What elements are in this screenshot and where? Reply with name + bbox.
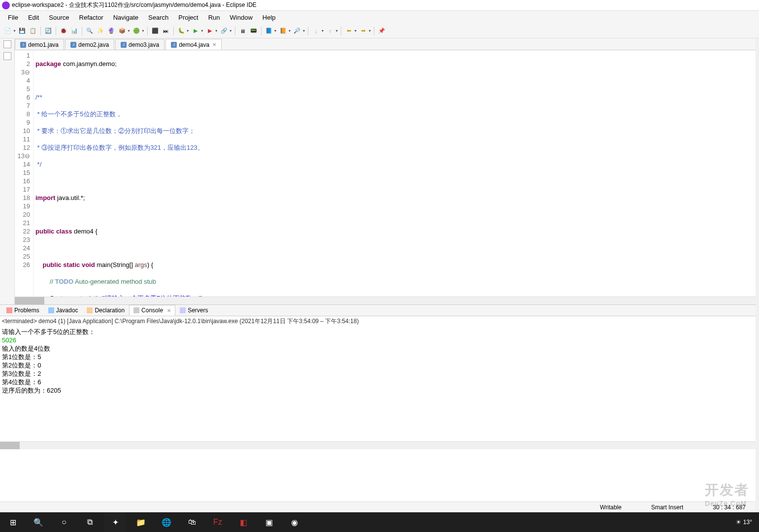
declaration-icon xyxy=(87,307,93,313)
menu-navigate[interactable]: Navigate xyxy=(109,12,142,23)
javadoc-icon xyxy=(48,307,54,313)
new-java-icon[interactable]: 📘 xyxy=(264,26,274,36)
console-area: <terminated> demo4 (1) [Java Application… xyxy=(0,316,759,449)
close-icon[interactable]: ✕ xyxy=(212,42,216,47)
cmd-icon[interactable]: ▣ xyxy=(258,512,280,532)
menu-edit[interactable]: Edit xyxy=(24,12,43,23)
wand-icon[interactable]: ✨ xyxy=(96,26,105,36)
new-icon[interactable]: 📄 xyxy=(3,26,13,36)
editor-area: Jdemo1.java Jdemo2.java Jdemo3.java Jdem… xyxy=(15,38,759,304)
save-icon[interactable]: 💾 xyxy=(17,26,27,36)
server-icon[interactable]: 🖥 xyxy=(238,26,248,36)
toggle-icon[interactable]: ⬛ xyxy=(150,26,160,36)
editor-hscroll[interactable] xyxy=(15,297,759,304)
tab-servers[interactable]: Servers xyxy=(175,305,212,316)
store-icon[interactable]: 🛍 xyxy=(181,512,203,532)
debug-tool-icon[interactable]: 🐞 xyxy=(59,26,68,36)
right-vscroll[interactable] xyxy=(756,38,759,512)
next-annot-icon[interactable]: ↓ xyxy=(311,26,321,36)
console-line: 第4位数是：6 xyxy=(2,378,757,386)
close-icon[interactable]: ✕ xyxy=(167,308,171,313)
toolbar: 📄▼ 💾 📋 🔄 🐞 📊 🔍 ✨ 🔮 📦▼ 🟢▼ ⬛ ⏭ 🐛▼ ▶▼ ▶▼ 🔗▼… xyxy=(0,24,759,38)
servers-icon xyxy=(180,307,186,313)
switch-icon[interactable]: 🔄 xyxy=(43,26,53,36)
window-title: eclipse-workspace2 - 企业技术实习1102作业/src/co… xyxy=(12,1,257,9)
menu-search[interactable]: Search xyxy=(144,12,172,23)
bottom-tabs: Problems Javadoc Declaration Console✕ Se… xyxy=(0,304,759,316)
main-area: Jdemo1.java Jdemo2.java Jdemo3.java Jdem… xyxy=(0,38,759,304)
edge-icon[interactable]: 🌐 xyxy=(156,512,177,532)
pin-icon[interactable]: 📌 xyxy=(377,26,387,36)
console-line: 第2位数是：0 xyxy=(2,361,757,369)
code-content[interactable]: package com.jasmyn.demo; /** * 给一个不多于5位的… xyxy=(33,50,759,297)
restore-view-icon[interactable] xyxy=(3,40,11,48)
editor-body[interactable]: 123⊖45678910111213⊖141516171819202122232… xyxy=(15,50,759,297)
wand2-icon[interactable]: 🔮 xyxy=(106,26,116,36)
tab-problems[interactable]: Problems xyxy=(2,305,44,316)
start-button[interactable]: ⊞ xyxy=(2,512,24,532)
open-type-icon[interactable]: 🔍 xyxy=(85,26,95,36)
eclipse-taskbar-icon[interactable]: ◉ xyxy=(284,512,305,532)
filezilla-icon[interactable]: Fz xyxy=(207,512,229,532)
status-position: 30 : 34 : 687 xyxy=(713,504,746,511)
restore-view2-icon[interactable] xyxy=(3,52,11,60)
left-trim xyxy=(0,38,15,304)
status-insert: Smart Insert xyxy=(651,504,683,511)
taskbar: ⊞ 🔍 ○ ⧉ ✦ 📁 🌐 🛍 Fz ◧ ▣ ◉ ☀13° xyxy=(0,512,759,532)
skip-icon[interactable]: ⏭ xyxy=(161,26,171,36)
back-icon[interactable]: ⬅ xyxy=(344,26,354,36)
problems-icon xyxy=(6,307,12,313)
scroll-thumb[interactable] xyxy=(15,297,44,304)
status-bar: Writable Smart Insert 30 : 34 : 687 xyxy=(0,501,756,512)
debug-icon[interactable]: 🐛 xyxy=(176,26,186,36)
external-icon[interactable]: 🔗 xyxy=(219,26,229,36)
tab-demo2[interactable]: Jdemo2.java xyxy=(65,39,114,50)
coverage-run-icon[interactable]: ▶ xyxy=(205,26,215,36)
console-header: <terminated> demo4 (1) [Java Application… xyxy=(0,316,759,327)
new-package-icon[interactable]: 📙 xyxy=(278,26,288,36)
forward-icon[interactable]: ➡ xyxy=(358,26,368,36)
app2-icon[interactable]: ◧ xyxy=(232,512,254,532)
line-gutter: 123⊖45678910111213⊖141516171819202122232… xyxy=(15,50,33,297)
tab-declaration[interactable]: Declaration xyxy=(82,305,129,316)
menu-help[interactable]: Help xyxy=(259,12,280,23)
java-file-icon: J xyxy=(20,42,26,48)
menu-source[interactable]: Source xyxy=(45,12,73,23)
console-body[interactable]: 请输入一个不多于5位的正整数： 5026 输入的数是4位数 第1位数是：5 第2… xyxy=(0,327,759,441)
menu-project[interactable]: Project xyxy=(174,12,202,23)
eclipse-icon xyxy=(2,1,10,9)
menu-run[interactable]: Run xyxy=(204,12,224,23)
tab-console[interactable]: Console✕ xyxy=(129,305,175,316)
menu-window[interactable]: Window xyxy=(226,12,257,23)
search-tool-icon[interactable]: 🔎 xyxy=(292,26,302,36)
weather-widget[interactable]: ☀13° xyxy=(736,519,752,526)
explorer-icon[interactable]: 📁 xyxy=(130,512,152,532)
console-line: 逆序后的数为：6205 xyxy=(2,386,757,395)
tab-demo4[interactable]: Jdemo4.java✕ xyxy=(165,39,222,50)
search-taskbar-icon[interactable]: 🔍 xyxy=(28,512,49,532)
taskview-icon[interactable]: ⧉ xyxy=(79,512,100,532)
cortana-icon[interactable]: ○ xyxy=(53,512,75,532)
tab-javadoc[interactable]: Javadoc xyxy=(44,305,83,316)
run-icon[interactable]: ▶ xyxy=(191,26,200,36)
console-hscroll[interactable] xyxy=(0,441,759,449)
app1-icon[interactable]: ✦ xyxy=(104,512,126,532)
tab-demo3[interactable]: Jdemo3.java xyxy=(115,39,165,50)
system-tray[interactable]: ☀13° xyxy=(736,519,757,526)
console-line: 请输入一个不多于5位的正整数： xyxy=(2,328,757,336)
menu-refactor[interactable]: Refactor xyxy=(75,12,107,23)
title-bar: eclipse-workspace2 - 企业技术实习1102作业/src/co… xyxy=(0,0,759,11)
scroll-thumb[interactable] xyxy=(0,442,20,449)
class-icon[interactable]: 🟢 xyxy=(132,26,141,36)
server2-icon[interactable]: 📟 xyxy=(249,26,259,36)
prev-annot-icon[interactable]: ↑ xyxy=(325,26,335,36)
menu-file[interactable]: File xyxy=(4,12,22,23)
package-icon[interactable]: 📦 xyxy=(117,26,127,36)
coverage-icon[interactable]: 📊 xyxy=(69,26,79,36)
java-file-icon: J xyxy=(70,42,76,48)
console-line: 输入的数是4位数 xyxy=(2,344,757,353)
tab-demo1[interactable]: Jdemo1.java xyxy=(15,39,64,50)
save-all-icon[interactable]: 📋 xyxy=(28,26,38,36)
status-writable: Writable xyxy=(600,504,622,511)
editor-tabs: Jdemo1.java Jdemo2.java Jdemo3.java Jdem… xyxy=(15,38,759,50)
